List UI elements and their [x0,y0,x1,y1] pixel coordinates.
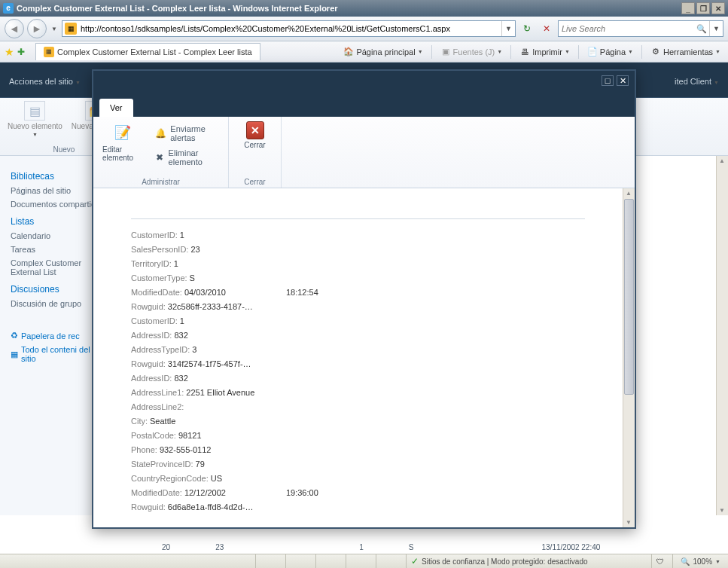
home-button[interactable]: 🏠 Página principal ▼ [340,45,425,59]
field-label: ModifiedDate: [131,287,182,298]
detail-field: AddressID:832 [131,330,585,340]
detail-field: CustomerID:1 [131,316,585,326]
site-actions-menu[interactable]: Acciones del sitio ▼ [9,77,81,86]
close-icon: ✕ [246,121,264,139]
field-label: AddressID: [131,373,172,383]
detail-field: Phone:932-555-0112 [131,444,585,455]
zoom-control[interactable]: 🔍 100% ▼ [673,557,728,566]
browser-tab[interactable]: ▦ Complex Customer External List - Compl… [35,43,260,60]
field-value: 832 [174,373,187,383]
dialog-tab-view[interactable]: Ver [99,99,133,117]
feeds-button[interactable]: ▣ Fuentes (J) ▼ [437,45,506,59]
new-item-button[interactable]: ▤ Nuevo elemento ▼ [8,101,62,137]
field-label: Rowguid: [131,301,166,312]
edit-icon: 📝 [111,121,134,144]
field-label: AddressLine1: [131,387,184,398]
dialog-close-button[interactable]: ✕ [617,75,629,86]
detail-field: TerritoryID:1 [131,258,585,269]
delete-icon: ✖ [155,151,164,163]
ie-icon: e [3,3,14,14]
window-title: Complex Customer External List - Complex… [17,4,681,13]
field-value: Seattle [150,416,175,426]
dialog-ribbon: 📝 Editar elemento 🔔 Enviarme alertas ✖ E… [93,117,635,188]
detail-field: CustomerType:S [131,273,585,283]
restore-button[interactable]: ❐ [696,2,710,14]
alert-me-button[interactable]: 🔔 Enviarme alertas [155,124,219,142]
field-value: 3 [192,344,196,355]
chevron-down-icon: ▼ [565,49,570,54]
favorites-icon[interactable]: ★ [5,46,14,58]
zoom-value: 100% [693,557,712,566]
detail-field: Rowguid:32c586ff-2333-4187-… [131,301,585,312]
address-input[interactable] [79,21,501,36]
search-input[interactable] [559,24,694,33]
detail-field: CountryRegionCode:US [131,473,585,484]
dialog-maximize-button[interactable]: □ [602,75,614,86]
page-scrollbar[interactable] [716,156,728,515]
search-button[interactable]: 🔍 [694,21,709,36]
nav-history-dropdown[interactable]: ▼ [50,19,59,38]
field-value: 23 [190,244,200,255]
close-window-button[interactable]: ✕ [711,2,725,14]
detail-field: AddressID:832 [131,373,585,383]
field-extra: 18:12:54 [286,287,318,298]
new-item-icon: ▤ [24,101,45,121]
top-right-link[interactable]: ited Client ▼ [675,77,719,86]
detail-field: City:Seattle [131,416,585,426]
field-value: 12/12/2002 [184,487,226,498]
search-box[interactable]: 🔍 ▼ [558,20,723,37]
edit-item-button[interactable]: 📝 Editar elemento [102,121,143,162]
window-titlebar: e Complex Customer External List - Compl… [0,0,728,17]
field-label: PostalCode: [131,430,176,441]
address-bar[interactable]: ▦ ▼ [62,20,516,37]
field-label: Rowguid: [131,502,166,512]
forward-button[interactable]: ► [27,19,47,38]
scrollbar-thumb[interactable] [624,199,634,395]
detail-field: AddressLine1:2251 Elliot Avenue [131,387,585,398]
dialog-scrollbar[interactable] [623,188,635,527]
grid-icon: ▦ [11,350,18,359]
separator [578,45,579,59]
print-button[interactable]: 🖶 Imprimir ▼ [516,45,573,59]
tab-label: Complex Customer External List - Complex… [57,47,252,56]
tab-favicon: ▦ [44,47,54,57]
back-button[interactable]: ◄ [5,19,24,38]
field-label: AddressTypeID: [131,344,190,355]
stop-button[interactable]: ✕ [538,20,555,37]
page-button[interactable]: 📄 Página ▼ [584,45,636,59]
command-bar: ★ ✚ ▦ Complex Customer External List - C… [0,41,728,63]
detail-field: StateProvinceID:79 [131,459,585,469]
view-item-dialog: □ ✕ Ver 📝 Editar elemento 🔔 Enviarme ale… [92,69,636,529]
chevron-down-icon: ▼ [628,49,633,54]
address-dropdown[interactable]: ▼ [501,21,515,36]
add-favorite-icon[interactable]: ✚ [17,47,25,57]
field-value: 1 [180,316,184,326]
field-value: 932-555-0112 [160,444,212,455]
field-value: 314f2574-1f75-457f-… [168,359,251,369]
field-value: 32c586ff-2333-4187-… [168,301,253,312]
field-value: 79 [196,459,205,469]
field-label: StateProvinceID: [131,459,193,469]
nav-bar: ◄ ► ▼ ▦ ▼ ↻ ✕ 🔍 ▼ [0,17,728,41]
chevron-down-icon: ▼ [715,49,720,54]
delete-item-button[interactable]: ✖ Eliminar elemento [155,148,219,166]
detail-field: PostalCode:98121 [131,430,585,441]
refresh-button[interactable]: ↻ [519,20,535,37]
protect-mode-icon[interactable]: 🛡 [652,554,673,568]
close-dialog-button[interactable]: ✕ Cerrar [244,121,265,149]
tools-button[interactable]: ⚙ Herramientas ▼ [647,45,723,59]
detail-field: AddressLine2: [131,402,585,412]
page-icon: 📄 [587,47,598,57]
field-label: CustomerType: [131,273,187,283]
field-value: S [190,273,195,283]
detail-field: CustomerID:1 [131,230,585,240]
minimize-button[interactable]: _ [681,2,695,14]
field-label: Rowguid: [131,359,166,369]
rss-icon: ▣ [440,47,451,57]
field-value: 1 [174,258,178,269]
background-list-row: 20 23 1 S 13/11/2002 22:40 [117,540,716,554]
security-zone[interactable]: ✓ Sitios de confianza | Modo protegido: … [407,554,652,568]
search-dropdown[interactable]: ▼ [709,21,723,36]
chevron-down-icon: ▼ [715,559,720,564]
field-label: City: [131,416,148,426]
